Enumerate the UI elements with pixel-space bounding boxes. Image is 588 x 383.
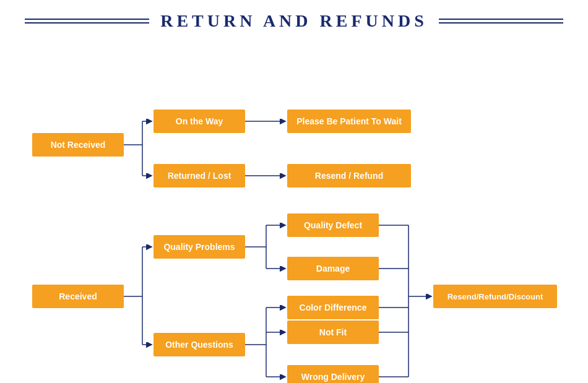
title-line-bottom <box>25 22 149 24</box>
title-lines-right <box>439 19 563 24</box>
box-received: Received <box>32 285 124 308</box>
title-area: RETURN AND REFUNDS <box>0 0 588 37</box>
box-resend-refund: Resend / Refund <box>287 164 411 187</box>
box-not-fit: Not Fit <box>287 321 379 344</box>
box-other-questions: Other Questions <box>153 333 245 356</box>
box-returned-lost: Returned / Lost <box>153 164 245 187</box>
title-line-bottom-r <box>439 22 563 24</box>
title-lines-left <box>25 19 149 24</box>
box-please-be-patient: Please Be Patient To Wait <box>287 110 411 133</box>
box-on-the-way: On the Way <box>153 110 245 133</box>
box-wrong-delivery: Wrong Delivery <box>287 365 379 383</box>
box-quality-problems: Quality Problems <box>153 235 245 259</box>
box-quality-defect: Quality Defect <box>287 213 379 237</box>
box-resend-refund-discount: Resend/Refund/Discount <box>433 285 557 308</box>
page-title: RETURN AND REFUNDS <box>160 11 428 31</box>
title-line-top-r <box>439 19 563 20</box>
box-damage: Damage <box>287 257 379 280</box>
box-color-difference: Color Difference <box>287 296 379 319</box>
title-line-top <box>25 19 149 20</box>
box-not-received: Not Received <box>32 133 124 157</box>
page-container: RETURN AND REFUNDS <box>0 0 588 383</box>
chart-area: Not Received On the Way Returned / Lost … <box>0 37 588 383</box>
